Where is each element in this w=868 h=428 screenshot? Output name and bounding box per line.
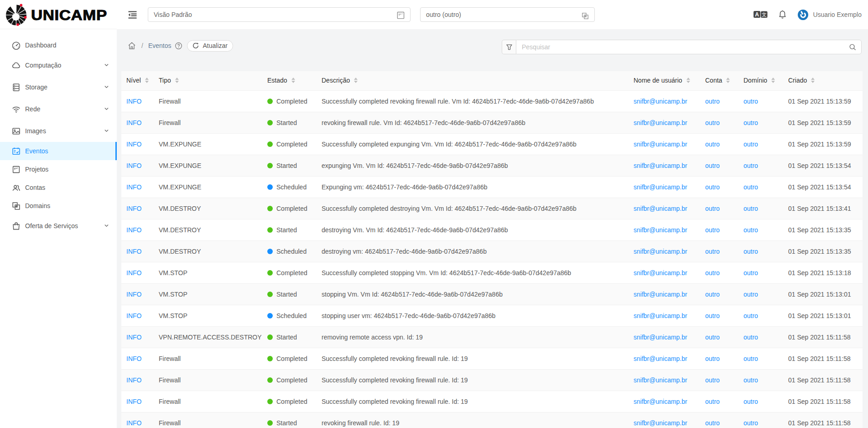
svg-text:A: A bbox=[755, 11, 759, 18]
svg-text:文: 文 bbox=[762, 12, 767, 17]
